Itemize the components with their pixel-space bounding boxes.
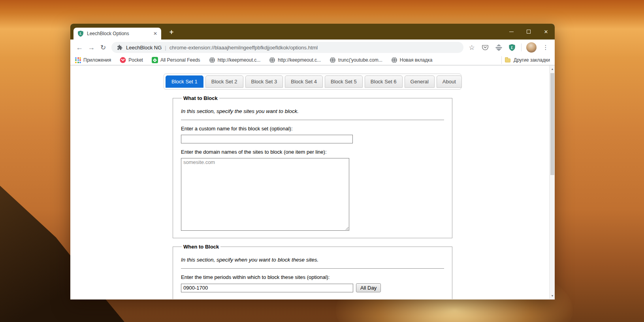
feedly-extension-icon[interactable] xyxy=(494,43,503,52)
feedly-icon xyxy=(152,57,158,63)
svg-text:L: L xyxy=(79,32,81,36)
toolbar-icons: ☆ L ⋮ xyxy=(467,42,552,53)
chrome-menu-icon[interactable]: ⋮ xyxy=(541,43,550,52)
browser-tab[interactable]: L LeechBlock Options ✕ xyxy=(73,28,161,40)
profile-avatar[interactable] xyxy=(526,42,537,53)
globe-icon xyxy=(209,57,215,63)
tab-close-icon[interactable]: ✕ xyxy=(153,30,158,37)
bookmark-star-icon[interactable]: ☆ xyxy=(467,43,476,52)
bookmark-label: All Personal Feeds xyxy=(160,57,200,63)
globe-icon xyxy=(330,57,336,63)
close-icon: ✕ xyxy=(544,29,548,35)
section-divider xyxy=(181,268,444,269)
svg-text:L: L xyxy=(510,45,513,50)
when-to-block-section: When to Block In this section, specify w… xyxy=(173,244,452,299)
pocket-icon xyxy=(120,57,126,63)
pocket-extension-icon[interactable] xyxy=(481,43,490,52)
what-to-block-legend: What to Block xyxy=(182,95,219,101)
globe-icon xyxy=(269,57,275,63)
bookmark-item-7[interactable]: Новая вкладка xyxy=(391,57,433,63)
domains-textarea[interactable] xyxy=(181,158,349,231)
url-separator: | xyxy=(165,45,166,51)
bookmark-item-1[interactable]: Приложения xyxy=(75,57,111,63)
scrollbar-thumb[interactable] xyxy=(550,73,554,175)
maximize-icon xyxy=(527,30,531,34)
navigation-bar: ← → ↻ LeechBlock NG | chrome-extension:/… xyxy=(70,40,555,55)
bookmark-label: trunc('youtube.com... xyxy=(338,57,382,63)
bookmarks-divider xyxy=(501,56,502,64)
bookmark-item-5[interactable]: http://keepmeout.c... xyxy=(269,57,321,63)
close-button[interactable]: ✕ xyxy=(537,24,555,40)
custom-name-input[interactable] xyxy=(181,135,353,143)
tab-about[interactable]: About xyxy=(437,75,462,88)
window-controls: ✕ xyxy=(503,24,555,40)
tab-block-set-5[interactable]: Block Set 5 xyxy=(325,75,363,88)
what-to-block-description: In this section, specify the sites you w… xyxy=(181,108,444,114)
leechblock-extension-icon[interactable]: L xyxy=(508,43,516,52)
section-divider xyxy=(181,120,444,120)
page-tabs: Block Set 1Block Set 2Block Set 3Block S… xyxy=(164,73,461,90)
bookmarks-bar: ПриложенияPocketAll Personal Feedshttp:/… xyxy=(70,55,555,65)
extension-puzzle-icon xyxy=(117,45,123,51)
back-button[interactable]: ← xyxy=(73,41,85,53)
page-scrollbar[interactable]: ▲ ▼ xyxy=(549,66,555,299)
what-to-block-section: What to Block In this section, specify t… xyxy=(173,95,452,238)
tab-block-set-4[interactable]: Block Set 4 xyxy=(285,75,323,88)
tab-block-set-2[interactable]: Block Set 2 xyxy=(205,75,243,88)
reload-button[interactable]: ↻ xyxy=(97,41,109,53)
options-page: Block Set 1Block Set 2Block Set 3Block S… xyxy=(70,65,555,299)
time-periods-input[interactable] xyxy=(181,284,353,292)
bookmark-label: http://keepmeout.c... xyxy=(218,57,261,63)
bookmark-item-3[interactable]: All Personal Feeds xyxy=(152,57,200,63)
apps-grid-icon xyxy=(75,57,81,63)
tab-general[interactable]: General xyxy=(405,75,435,88)
tab-block-set-6[interactable]: Block Set 6 xyxy=(365,75,403,88)
toolbar-divider xyxy=(521,43,522,51)
extension-name: LeechBlock NG xyxy=(126,45,162,51)
time-periods-label: Enter the time periods within which to b… xyxy=(181,274,444,280)
bookmark-label: Новая вкладка xyxy=(400,57,433,63)
forward-button[interactable]: → xyxy=(85,41,97,53)
custom-name-label: Enter a custom name for this block set (… xyxy=(181,126,444,132)
minimize-icon xyxy=(509,32,514,32)
bookmark-label: http://keepmeout.c... xyxy=(278,57,321,63)
window-titlebar: L LeechBlock Options ✕ + ✕ xyxy=(70,24,555,40)
diamond-icon xyxy=(495,44,502,51)
leechblock-favicon-icon: L xyxy=(77,30,84,37)
tab-block-set-3[interactable]: Block Set 3 xyxy=(245,75,283,88)
globe-icon xyxy=(391,57,397,63)
bookmark-label: Pocket xyxy=(128,57,143,63)
bookmark-label: Приложения xyxy=(83,57,111,63)
bookmark-item-2[interactable]: Pocket xyxy=(120,57,143,63)
all-day-button[interactable]: All Day xyxy=(356,283,381,292)
maximize-button[interactable] xyxy=(520,24,537,40)
new-tab-button[interactable]: + xyxy=(167,27,176,37)
minimize-button[interactable] xyxy=(503,24,520,40)
bookmark-item-6[interactable]: trunc('youtube.com... xyxy=(330,57,382,63)
time-limit-label: Enter a time limit after which to block … xyxy=(181,299,444,299)
address-bar[interactable]: LeechBlock NG | chrome-extension://blaaa… xyxy=(111,42,463,53)
url-text: chrome-extension://blaaajhemilngeeffpbfk… xyxy=(169,45,318,51)
bookmark-item-4[interactable]: http://keepmeout.c... xyxy=(209,57,261,63)
scroll-up-icon[interactable]: ▲ xyxy=(550,66,555,72)
browser-window: L LeechBlock Options ✕ + ✕ ← → ↻ LeechBl… xyxy=(70,24,555,299)
when-to-block-legend: When to Block xyxy=(182,244,220,250)
tab-title: LeechBlock Options xyxy=(87,31,149,36)
folder-icon xyxy=(505,58,510,62)
scroll-down-icon[interactable]: ▼ xyxy=(550,293,555,299)
tab-block-set-1[interactable]: Block Set 1 xyxy=(166,75,203,88)
other-bookmarks[interactable]: Другие закладки xyxy=(501,56,550,64)
when-to-block-description: In this section, specify when you want t… xyxy=(181,257,444,263)
other-bookmarks-label: Другие закладки xyxy=(514,57,550,63)
domains-label: Enter the domain names of the sites to b… xyxy=(181,149,444,155)
